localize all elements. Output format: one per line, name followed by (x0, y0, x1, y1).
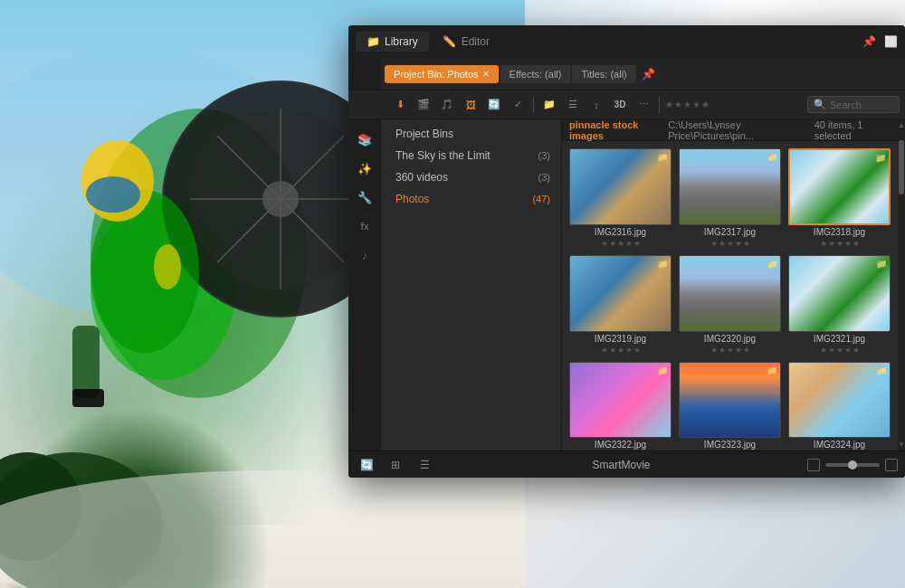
sort-button[interactable]: ↕ (586, 95, 606, 115)
project-bin-tab[interactable]: Project Bin: Photos ✕ (385, 65, 499, 83)
toolbar-separator-2 (659, 97, 660, 113)
status-square-left[interactable] (807, 459, 820, 471)
status-refresh-button[interactable]: 🔄 (356, 454, 377, 476)
scroll-track[interactable] (898, 131, 905, 439)
library-item-photos[interactable]: Photos (47) (381, 188, 561, 210)
window-controls: 📌 ⬜ (862, 34, 898, 49)
filename-img2321: IMG2321.jpg (788, 334, 891, 344)
grid-item-img2320[interactable]: 📁 IMG2320.jpg ★★★★★ (679, 255, 781, 355)
status-list-button[interactable]: ☰ (414, 454, 435, 476)
music-filter-button[interactable]: 🎵 (437, 95, 457, 115)
filename-img2320: IMG2320.jpg (679, 334, 781, 344)
path-text: C:\Users\Lynsey Price\Pictures\pin... (668, 119, 807, 141)
stars-img2316: ★★★★★ (569, 239, 672, 248)
star-5: ★ (701, 100, 710, 109)
library-item-sky[interactable]: The Sky is the Limit (3) (381, 145, 561, 166)
scroll-thumb[interactable] (899, 140, 904, 194)
folder-overlay-8: 📁 (767, 365, 777, 375)
grid-item-img2317[interactable]: 📁 IMG2317.jpg ★★★★★ (679, 148, 781, 248)
stars-img2318: ★★★★★ (788, 239, 891, 248)
search-input[interactable] (830, 100, 893, 110)
project-bin-close[interactable]: ✕ (482, 69, 490, 79)
slider-track[interactable] (825, 463, 880, 467)
list-view-button[interactable]: ☰ (563, 95, 583, 115)
star-2: ★ (674, 100, 682, 109)
grid-item-img2322[interactable]: 📁 IMG2322.jpg ★★★★★ (569, 362, 672, 451)
folder-overlay-5: 📁 (767, 259, 777, 269)
360-count: (3) (538, 172, 550, 183)
tab-editor-label: Editor (462, 35, 490, 48)
filename-img2324: IMG2324.jpg (788, 440, 891, 450)
pin-button[interactable]: 📌 (862, 34, 876, 49)
sky-count: (3) (538, 150, 550, 161)
tab-editor[interactable]: ✏️ Editor (433, 32, 500, 52)
video-filter-button[interactable]: 🎬 (414, 95, 433, 115)
status-bar: 🔄 ⊞ ☰ SmartMovie (348, 450, 905, 478)
tab-pin-button[interactable]: 📌 (642, 68, 655, 81)
sidebar-icons: 📚 ✨ 🔧 fx ♪ (348, 119, 381, 450)
thumb-img2321: 📁 (788, 255, 891, 332)
check-button[interactable]: ✓ (508, 95, 528, 115)
thumb-img2324: 📁 (788, 362, 891, 439)
tab-bar-area: Project Bin: Photos ✕ Effects: (all) Tit… (348, 58, 905, 90)
grid-item-img2324[interactable]: 📁 IMG2324.jpg ★★★★★ (788, 362, 891, 451)
grid-item-img2323[interactable]: 📁 IMG2323.jpg ★★★★★ (679, 362, 781, 451)
slider-knob[interactable] (848, 460, 857, 469)
scroll-up-button[interactable]: ▲ (896, 119, 905, 131)
search-box[interactable]: 🔍 (807, 96, 900, 113)
transitions-button[interactable]: 🔄 (484, 95, 504, 115)
status-grid-button[interactable]: ⊞ (385, 454, 406, 476)
grid-item-img2321[interactable]: 📁 IMG2321.jpg ★★★★★ (788, 255, 891, 355)
thumb-img2323: 📁 (679, 362, 781, 439)
library-item-360[interactable]: 360 videos (3) (381, 166, 561, 188)
path-count: 40 items, 1 selected (814, 119, 891, 141)
photos-count: (47) (532, 194, 550, 204)
filename-img2318: IMG2318.jpg (788, 227, 891, 237)
sidebar-library-icon[interactable]: 📚 (352, 127, 377, 152)
image-grid: 📁 IMG2316.jpg ★★★★★ 📁 IMG2317.jpg ★★★★★ (562, 141, 898, 450)
stars-img2321: ★★★★★ (788, 346, 891, 355)
import-button[interactable]: ⬇ (390, 95, 410, 115)
sidebar-effects-icon[interactable]: ✨ (352, 156, 377, 181)
editor-icon: ✏️ (443, 35, 456, 48)
folder-button[interactable]: 📁 (539, 95, 559, 115)
folder-overlay-6: 📁 (876, 259, 887, 269)
star-4: ★ (692, 100, 700, 109)
3d-button[interactable]: 3D (610, 95, 630, 115)
path-bar: pinnacle stock images C:\Users\Lynsey Pr… (562, 119, 898, 141)
star-1: ★ (665, 100, 673, 109)
thumb-img2322: 📁 (569, 362, 672, 439)
titles-label: Titles: (all) (581, 69, 626, 80)
smart-movie-label: SmartMovie (443, 459, 800, 471)
more-button[interactable]: ⋯ (634, 95, 653, 115)
status-square-right[interactable] (885, 459, 898, 471)
project-bins-label: Project Bins (395, 128, 453, 140)
thumb-img2320: 📁 (679, 255, 781, 332)
tab-bar: Project Bin: Photos ✕ Effects: (all) Tit… (381, 58, 905, 90)
svg-point-18 (0, 470, 525, 588)
library-item-project-bins[interactable]: Project Bins (381, 123, 561, 145)
sidebar-music-icon[interactable]: ♪ (352, 242, 377, 268)
grid-item-img2316[interactable]: 📁 IMG2316.jpg ★★★★★ (569, 148, 672, 248)
toolbar-separator-1 (533, 97, 534, 113)
restore-button[interactable]: ⬜ (883, 34, 898, 49)
star-rating-filter[interactable]: ★ ★ ★ ★ ★ (665, 100, 710, 109)
photo-filter-button[interactable]: 🖼 (461, 95, 481, 115)
titles-tab[interactable]: Titles: (all) (572, 65, 635, 83)
sidebar-fx-icon[interactable]: fx (352, 213, 377, 239)
effects-tab[interactable]: Effects: (all) (500, 65, 571, 83)
sidebar-tools-icon[interactable]: 🔧 (352, 185, 377, 210)
vertical-scrollbar[interactable]: ▲ ▼ (898, 119, 905, 450)
scroll-down-button[interactable]: ▼ (896, 439, 905, 450)
svg-point-12 (86, 176, 140, 213)
project-bin-label: Project Bin: Photos (394, 69, 479, 80)
stars-img2320: ★★★★★ (679, 346, 781, 355)
svg-rect-14 (72, 389, 104, 407)
grid-item-img2318[interactable]: 📁 IMG2318.jpg ★★★★★ (788, 148, 891, 248)
filename-img2322: IMG2322.jpg (569, 440, 672, 450)
folder-overlay-3: 📁 (875, 153, 886, 163)
grid-item-img2319[interactable]: 📁 IMG2319.jpg ★★★★★ (569, 255, 672, 355)
tab-library[interactable]: 📁 Library (356, 32, 429, 52)
effects-label: Effects: (all) (510, 69, 562, 80)
thumb-size-slider[interactable] (825, 463, 880, 467)
